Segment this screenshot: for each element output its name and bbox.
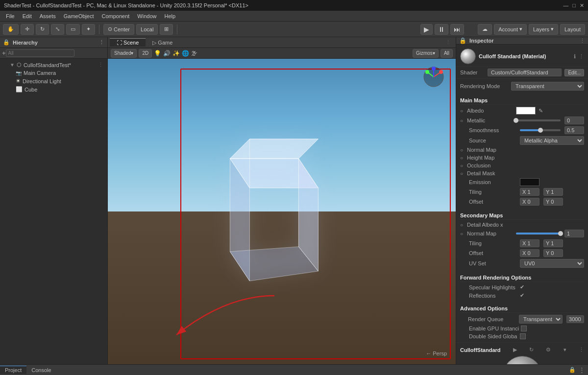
menu-window[interactable]: Window (133, 12, 160, 20)
preview-settings-icon[interactable]: ⚙ (546, 347, 551, 353)
metallic-slider-track[interactable] (516, 119, 561, 121)
shading-button[interactable]: Shaded ▾ (111, 49, 137, 58)
center-button[interactable]: ⊙ Center (103, 24, 134, 35)
hierarchy-menu-icon[interactable]: ⋮ (99, 39, 104, 46)
source-select[interactable]: Metallic Alpha (520, 136, 584, 145)
menu-edit[interactable]: Edit (19, 12, 36, 20)
preview-menu-icon[interactable]: ⋮ (579, 347, 584, 353)
gizmos-button[interactable]: Gizmos ▾ (413, 49, 439, 58)
tool-move[interactable]: ✛ (21, 24, 34, 35)
offset2-y-value[interactable]: Y 0 (543, 249, 563, 257)
offset-x-value[interactable]: X 0 (520, 198, 539, 206)
uv-set-select[interactable]: UV0 (520, 259, 584, 268)
tiling2-x-value[interactable]: X 1 (520, 239, 539, 247)
smoothness-value[interactable]: 0.5 (564, 126, 584, 134)
all-button[interactable]: All (441, 49, 453, 58)
material-name-label: Culloff Standard (Material) (479, 53, 571, 59)
menu-component[interactable]: Component (98, 12, 133, 20)
center-panel: ⛶ Scene ▷ Game ⋮ Shaded ▾ 2D 💡 🔊 ✨ 🌐 🌫 (108, 37, 456, 364)
albedo-color-swatch[interactable] (516, 107, 536, 115)
emission-color[interactable] (520, 178, 539, 186)
tool-rotate[interactable]: ↻ (36, 24, 49, 35)
tab-console[interactable]: Console (26, 366, 56, 374)
specular-check-icon[interactable]: ✔ (520, 284, 524, 290)
menu-file[interactable]: File (2, 12, 19, 20)
normal-slider[interactable] (516, 233, 561, 234)
account-button[interactable]: Account ▾ (494, 24, 527, 35)
render-queue-select[interactable]: Transparent (519, 315, 563, 324)
inspector-extra-icon[interactable]: ⋮ (579, 53, 584, 60)
scene-tb-lighting-icon[interactable]: 💡 (154, 50, 161, 57)
hierarchy-item-cube[interactable]: ⬜ Cube (0, 85, 107, 94)
close-button[interactable]: ✕ (580, 2, 584, 9)
gpu-instancing-checkbox[interactable] (521, 326, 527, 331)
metallic-value[interactable]: 0 (564, 117, 584, 124)
inspector-lock-icon[interactable]: 🔒 (459, 37, 466, 44)
local-button[interactable]: Local (136, 24, 158, 35)
double-sided-checkbox[interactable] (520, 333, 526, 339)
render-queue-num[interactable]: 3000 (566, 315, 584, 323)
hierarchy-add-icon[interactable]: + (2, 49, 6, 57)
tab-project[interactable]: Project (0, 366, 26, 374)
viewport: ← Persp (108, 59, 456, 364)
menu-assets[interactable]: Assets (36, 12, 60, 20)
play-button[interactable]: ▶ (420, 24, 433, 35)
tool-universal[interactable]: ✦ (82, 24, 95, 35)
tab-scene[interactable]: ⛶ Scene (110, 38, 146, 47)
inspector-info-icon[interactable]: ℹ (574, 53, 576, 60)
tab-game[interactable]: ▷ Game (146, 38, 179, 47)
rendering-mode-select[interactable]: Transparent (511, 82, 584, 91)
maximize-button[interactable]: □ (572, 2, 576, 9)
hierarchy-scene[interactable]: ▼ ⬡ CullofStandardTest* ⋮ (0, 61, 107, 69)
project-lock-icon[interactable]: 🔒 (569, 367, 576, 373)
minimize-button[interactable]: — (563, 2, 568, 9)
tiling-y-value[interactable]: Y 1 (543, 188, 563, 196)
layers-button[interactable]: Layers ▾ (529, 24, 558, 35)
offset2-x-value[interactable]: X 0 (520, 249, 539, 257)
titlebar-controls: — □ ✕ (563, 2, 584, 9)
smoothness-slider-thumb[interactable] (538, 128, 543, 133)
pause-button[interactable]: ⏸ (435, 24, 448, 35)
inspector-title: Inspector (469, 38, 494, 44)
normal-slider-thumb[interactable] (558, 231, 563, 236)
preview-refresh-icon[interactable]: ↻ (529, 347, 534, 353)
tool-rect[interactable]: ▭ (66, 24, 80, 35)
shader-edit-button[interactable]: Edit... (564, 69, 584, 76)
smoothness-slider-track[interactable] (520, 129, 561, 131)
metallic-radio: ○ (460, 118, 463, 123)
collab-button[interactable]: ☁ (478, 24, 492, 35)
tiling2-y-value[interactable]: Y 1 (543, 239, 563, 247)
grid-button[interactable]: ⊞ (160, 24, 173, 35)
layout-button[interactable]: Layout (560, 24, 585, 35)
preview-more-icon[interactable]: ▾ (564, 347, 566, 353)
tiling-x-value[interactable]: X 1 (520, 188, 539, 196)
scene-tb-audio-icon[interactable]: 🔊 (163, 50, 171, 57)
2d-button[interactable]: 2D (139, 49, 152, 58)
scene-tb-fog-icon[interactable]: 🌫 (191, 50, 197, 57)
step-button[interactable]: ⏭ (450, 24, 464, 35)
menu-help[interactable]: Help (160, 12, 179, 20)
reflections-check-icon[interactable]: ✔ (520, 292, 524, 299)
preview-play-icon[interactable]: ▶ (513, 347, 517, 353)
metallic-slider-thumb[interactable] (514, 118, 518, 123)
hierarchy-item-light[interactable]: ☀ Directional Light (0, 77, 107, 85)
tool-hand[interactable]: ✋ (3, 24, 19, 35)
project-menu-icon[interactable]: ⋮ (579, 366, 585, 374)
hierarchy-item-camera[interactable]: 📷 Main Camera (0, 69, 107, 77)
preview-header: CulloffStandard ▶ ↻ ⚙ ▾ ⋮ (460, 347, 584, 353)
offset-y-value[interactable]: Y 0 (543, 198, 563, 206)
main-area: 🔒 Hierarchy ⋮ + ▼ ⬡ CullofStandardTest* … (0, 37, 588, 364)
normal-map2-row: ○ Normal Map 1 (460, 229, 584, 238)
scene-tb-skybox-icon[interactable]: 🌐 (182, 50, 189, 57)
scene-panel-menu[interactable]: ⋮ (445, 39, 454, 46)
inspector-menu-icon[interactable]: ⋮ (580, 38, 585, 44)
scene-tb-effects-icon[interactable]: ✨ (172, 50, 180, 57)
tool-scale[interactable]: ⤡ (51, 24, 64, 35)
normal-value[interactable]: 1 (564, 230, 584, 237)
scene-menu-icon[interactable]: ⋮ (98, 62, 103, 68)
shader-value[interactable]: Custom/CulloffStandard (488, 69, 562, 76)
albedo-picker-icon[interactable]: ✎ (539, 108, 543, 114)
detail-mask-label: Detail Mask (465, 170, 514, 176)
menu-gameobject[interactable]: GameObject (60, 12, 98, 20)
hierarchy-search-input[interactable] (6, 49, 74, 57)
